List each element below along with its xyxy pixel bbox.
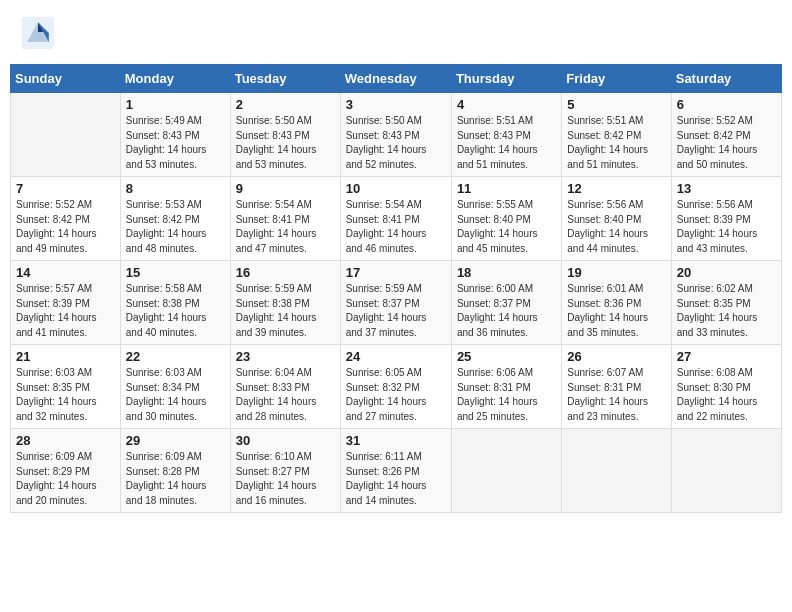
day-number: 16 — [236, 265, 335, 280]
day-number: 23 — [236, 349, 335, 364]
calendar-cell: 5Sunrise: 5:51 AM Sunset: 8:42 PM Daylig… — [562, 93, 671, 177]
calendar-cell: 21Sunrise: 6:03 AM Sunset: 8:35 PM Dayli… — [11, 345, 121, 429]
day-info: Sunrise: 6:09 AM Sunset: 8:28 PM Dayligh… — [126, 450, 225, 508]
calendar-cell: 17Sunrise: 5:59 AM Sunset: 8:37 PM Dayli… — [340, 261, 451, 345]
calendar-cell — [11, 93, 121, 177]
day-number: 17 — [346, 265, 446, 280]
day-info: Sunrise: 6:07 AM Sunset: 8:31 PM Dayligh… — [567, 366, 665, 424]
logo — [20, 15, 60, 51]
weekday-header: Wednesday — [340, 65, 451, 93]
day-number: 27 — [677, 349, 776, 364]
day-number: 20 — [677, 265, 776, 280]
day-info: Sunrise: 6:10 AM Sunset: 8:27 PM Dayligh… — [236, 450, 335, 508]
day-info: Sunrise: 5:52 AM Sunset: 8:42 PM Dayligh… — [677, 114, 776, 172]
weekday-header: Friday — [562, 65, 671, 93]
day-number: 24 — [346, 349, 446, 364]
calendar-cell — [671, 429, 781, 513]
day-number: 13 — [677, 181, 776, 196]
day-info: Sunrise: 5:56 AM Sunset: 8:40 PM Dayligh… — [567, 198, 665, 256]
calendar-cell: 31Sunrise: 6:11 AM Sunset: 8:26 PM Dayli… — [340, 429, 451, 513]
day-number: 1 — [126, 97, 225, 112]
day-info: Sunrise: 5:50 AM Sunset: 8:43 PM Dayligh… — [346, 114, 446, 172]
day-number: 10 — [346, 181, 446, 196]
calendar-cell: 19Sunrise: 6:01 AM Sunset: 8:36 PM Dayli… — [562, 261, 671, 345]
day-info: Sunrise: 5:55 AM Sunset: 8:40 PM Dayligh… — [457, 198, 556, 256]
calendar-week: 1Sunrise: 5:49 AM Sunset: 8:43 PM Daylig… — [11, 93, 782, 177]
day-number: 14 — [16, 265, 115, 280]
calendar-cell: 30Sunrise: 6:10 AM Sunset: 8:27 PM Dayli… — [230, 429, 340, 513]
calendar-cell: 24Sunrise: 6:05 AM Sunset: 8:32 PM Dayli… — [340, 345, 451, 429]
calendar-cell: 23Sunrise: 6:04 AM Sunset: 8:33 PM Dayli… — [230, 345, 340, 429]
day-info: Sunrise: 5:51 AM Sunset: 8:43 PM Dayligh… — [457, 114, 556, 172]
calendar-cell: 13Sunrise: 5:56 AM Sunset: 8:39 PM Dayli… — [671, 177, 781, 261]
day-info: Sunrise: 6:03 AM Sunset: 8:34 PM Dayligh… — [126, 366, 225, 424]
day-number: 6 — [677, 97, 776, 112]
day-number: 11 — [457, 181, 556, 196]
day-info: Sunrise: 5:51 AM Sunset: 8:42 PM Dayligh… — [567, 114, 665, 172]
calendar-cell: 8Sunrise: 5:53 AM Sunset: 8:42 PM Daylig… — [120, 177, 230, 261]
calendar-cell: 1Sunrise: 5:49 AM Sunset: 8:43 PM Daylig… — [120, 93, 230, 177]
day-info: Sunrise: 5:57 AM Sunset: 8:39 PM Dayligh… — [16, 282, 115, 340]
calendar-cell: 25Sunrise: 6:06 AM Sunset: 8:31 PM Dayli… — [451, 345, 561, 429]
day-number: 25 — [457, 349, 556, 364]
day-number: 9 — [236, 181, 335, 196]
day-info: Sunrise: 6:00 AM Sunset: 8:37 PM Dayligh… — [457, 282, 556, 340]
calendar-cell: 10Sunrise: 5:54 AM Sunset: 8:41 PM Dayli… — [340, 177, 451, 261]
day-info: Sunrise: 5:56 AM Sunset: 8:39 PM Dayligh… — [677, 198, 776, 256]
day-info: Sunrise: 5:53 AM Sunset: 8:42 PM Dayligh… — [126, 198, 225, 256]
calendar-cell: 28Sunrise: 6:09 AM Sunset: 8:29 PM Dayli… — [11, 429, 121, 513]
day-info: Sunrise: 5:54 AM Sunset: 8:41 PM Dayligh… — [346, 198, 446, 256]
calendar-cell: 9Sunrise: 5:54 AM Sunset: 8:41 PM Daylig… — [230, 177, 340, 261]
day-number: 26 — [567, 349, 665, 364]
weekday-header: Saturday — [671, 65, 781, 93]
calendar-week: 21Sunrise: 6:03 AM Sunset: 8:35 PM Dayli… — [11, 345, 782, 429]
calendar-table: SundayMondayTuesdayWednesdayThursdayFrid… — [10, 64, 782, 513]
calendar-cell: 14Sunrise: 5:57 AM Sunset: 8:39 PM Dayli… — [11, 261, 121, 345]
calendar-header: SundayMondayTuesdayWednesdayThursdayFrid… — [11, 65, 782, 93]
calendar-cell: 4Sunrise: 5:51 AM Sunset: 8:43 PM Daylig… — [451, 93, 561, 177]
day-info: Sunrise: 6:05 AM Sunset: 8:32 PM Dayligh… — [346, 366, 446, 424]
day-info: Sunrise: 5:59 AM Sunset: 8:38 PM Dayligh… — [236, 282, 335, 340]
day-info: Sunrise: 5:49 AM Sunset: 8:43 PM Dayligh… — [126, 114, 225, 172]
day-number: 29 — [126, 433, 225, 448]
calendar-cell: 11Sunrise: 5:55 AM Sunset: 8:40 PM Dayli… — [451, 177, 561, 261]
day-info: Sunrise: 5:50 AM Sunset: 8:43 PM Dayligh… — [236, 114, 335, 172]
day-info: Sunrise: 5:59 AM Sunset: 8:37 PM Dayligh… — [346, 282, 446, 340]
weekday-header: Tuesday — [230, 65, 340, 93]
day-number: 3 — [346, 97, 446, 112]
calendar-cell: 29Sunrise: 6:09 AM Sunset: 8:28 PM Dayli… — [120, 429, 230, 513]
calendar-cell: 18Sunrise: 6:00 AM Sunset: 8:37 PM Dayli… — [451, 261, 561, 345]
day-info: Sunrise: 6:01 AM Sunset: 8:36 PM Dayligh… — [567, 282, 665, 340]
day-number: 4 — [457, 97, 556, 112]
calendar-cell: 16Sunrise: 5:59 AM Sunset: 8:38 PM Dayli… — [230, 261, 340, 345]
weekday-header: Sunday — [11, 65, 121, 93]
logo-icon — [20, 15, 56, 51]
calendar-cell: 26Sunrise: 6:07 AM Sunset: 8:31 PM Dayli… — [562, 345, 671, 429]
day-number: 22 — [126, 349, 225, 364]
day-info: Sunrise: 6:04 AM Sunset: 8:33 PM Dayligh… — [236, 366, 335, 424]
calendar-cell: 20Sunrise: 6:02 AM Sunset: 8:35 PM Dayli… — [671, 261, 781, 345]
calendar-week: 14Sunrise: 5:57 AM Sunset: 8:39 PM Dayli… — [11, 261, 782, 345]
calendar-cell: 7Sunrise: 5:52 AM Sunset: 8:42 PM Daylig… — [11, 177, 121, 261]
day-number: 28 — [16, 433, 115, 448]
page-header — [10, 10, 782, 56]
day-info: Sunrise: 6:06 AM Sunset: 8:31 PM Dayligh… — [457, 366, 556, 424]
calendar-week: 28Sunrise: 6:09 AM Sunset: 8:29 PM Dayli… — [11, 429, 782, 513]
day-number: 30 — [236, 433, 335, 448]
calendar-cell: 3Sunrise: 5:50 AM Sunset: 8:43 PM Daylig… — [340, 93, 451, 177]
day-info: Sunrise: 5:52 AM Sunset: 8:42 PM Dayligh… — [16, 198, 115, 256]
day-number: 31 — [346, 433, 446, 448]
day-info: Sunrise: 5:54 AM Sunset: 8:41 PM Dayligh… — [236, 198, 335, 256]
day-info: Sunrise: 5:58 AM Sunset: 8:38 PM Dayligh… — [126, 282, 225, 340]
weekday-header: Thursday — [451, 65, 561, 93]
day-number: 2 — [236, 97, 335, 112]
calendar-cell: 15Sunrise: 5:58 AM Sunset: 8:38 PM Dayli… — [120, 261, 230, 345]
calendar-cell: 2Sunrise: 5:50 AM Sunset: 8:43 PM Daylig… — [230, 93, 340, 177]
day-number: 5 — [567, 97, 665, 112]
calendar-cell: 27Sunrise: 6:08 AM Sunset: 8:30 PM Dayli… — [671, 345, 781, 429]
calendar-cell: 12Sunrise: 5:56 AM Sunset: 8:40 PM Dayli… — [562, 177, 671, 261]
calendar-cell: 22Sunrise: 6:03 AM Sunset: 8:34 PM Dayli… — [120, 345, 230, 429]
day-info: Sunrise: 6:03 AM Sunset: 8:35 PM Dayligh… — [16, 366, 115, 424]
day-number: 19 — [567, 265, 665, 280]
day-info: Sunrise: 6:09 AM Sunset: 8:29 PM Dayligh… — [16, 450, 115, 508]
